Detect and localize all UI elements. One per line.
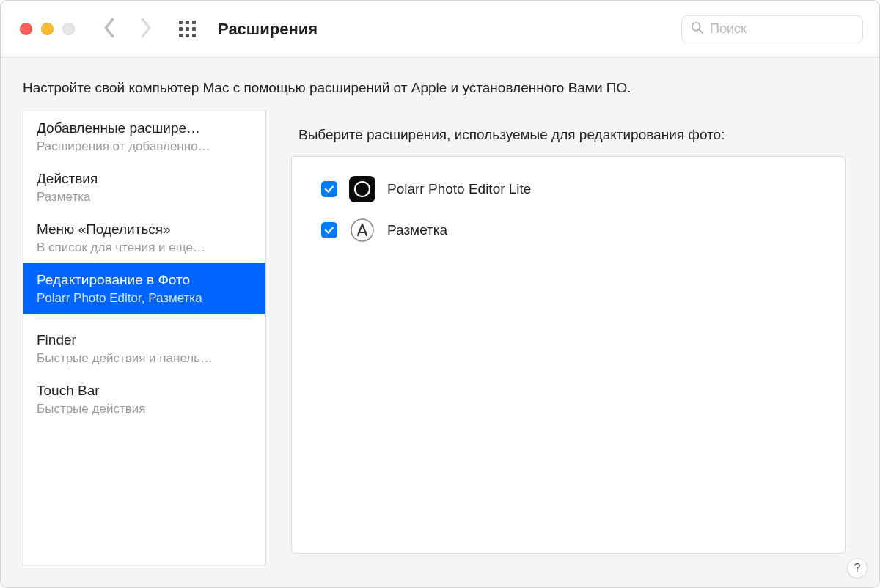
markup-icon xyxy=(349,217,375,243)
search-input[interactable] xyxy=(710,21,854,37)
all-preferences-icon[interactable] xyxy=(179,21,196,37)
intro-text: Настройте свой компьютер Mac с помощью р… xyxy=(1,58,879,111)
sidebar: Добавленные расшире… Расширения от добав… xyxy=(23,111,266,565)
extension-label: Разметка xyxy=(387,222,447,238)
sidebar-item-subtitle: Разметка xyxy=(37,189,252,205)
nav-buttons xyxy=(103,18,153,41)
sidebar-item-added-extensions[interactable]: Добавленные расшире… Расширения от добав… xyxy=(23,111,265,162)
search-field[interactable] xyxy=(681,15,863,43)
sidebar-item-subtitle: Расширения от добавленно… xyxy=(37,139,252,154)
content-body: Настройте свой компьютер Mac с помощью р… xyxy=(1,58,879,587)
search-icon xyxy=(691,21,704,37)
extension-row-markup: Разметка xyxy=(308,211,829,252)
svg-point-3 xyxy=(351,219,373,241)
minimize-window-button[interactable] xyxy=(41,23,54,35)
detail-heading: Выберите расширения, используемые для ре… xyxy=(279,111,857,156)
window-controls xyxy=(20,23,75,35)
maximize-window-button[interactable] xyxy=(62,23,75,35)
extension-row-polarr: Polarr Photo Editor Lite xyxy=(308,170,829,211)
extension-label: Polarr Photo Editor Lite xyxy=(387,181,531,197)
forward-button[interactable] xyxy=(139,18,153,41)
checkbox-markup[interactable] xyxy=(321,222,337,238)
help-icon: ? xyxy=(854,562,861,575)
extension-list: Polarr Photo Editor Lite xyxy=(291,156,846,554)
sidebar-item-subtitle: Быстрые действия xyxy=(37,401,252,416)
sidebar-item-subtitle: В список для чтения и еще… xyxy=(37,240,252,255)
detail-panel: Выберите расширения, используемые для ре… xyxy=(279,111,857,565)
svg-point-0 xyxy=(692,22,700,30)
close-window-button[interactable] xyxy=(20,23,32,35)
polarr-icon xyxy=(349,176,375,202)
titlebar: Расширения xyxy=(1,1,879,58)
sidebar-item-label: Добавленные расшире… xyxy=(37,120,252,137)
sidebar-item-actions[interactable]: Действия Разметка xyxy=(23,162,265,213)
sidebar-item-subtitle: Быстрые действия и панель… xyxy=(37,350,252,366)
sidebar-item-label: Меню «Поделиться» xyxy=(37,221,252,238)
page-title: Расширения xyxy=(218,20,318,39)
sidebar-item-share-menu[interactable]: Меню «Поделиться» В список для чтения и … xyxy=(23,213,265,263)
back-button[interactable] xyxy=(103,18,116,41)
sidebar-item-label: Редактирование в Фото xyxy=(37,271,252,289)
sidebar-item-photo-editing[interactable]: Редактирование в Фото Polarr Photo Edito… xyxy=(23,263,265,314)
sidebar-item-touch-bar[interactable]: Touch Bar Быстрые действия xyxy=(23,374,265,425)
sidebar-item-label: Touch Bar xyxy=(37,382,252,400)
svg-line-1 xyxy=(700,29,703,33)
sidebar-item-label: Finder xyxy=(37,331,252,349)
sidebar-divider xyxy=(35,318,254,319)
columns: Добавленные расшире… Расширения от добав… xyxy=(1,111,879,587)
checkbox-polarr[interactable] xyxy=(321,181,337,197)
svg-point-2 xyxy=(355,182,370,196)
sidebar-item-subtitle: Polarr Photo Editor, Разметка xyxy=(37,290,252,306)
help-button[interactable]: ? xyxy=(847,558,868,578)
window: Расширения Настройте свой компьютер Mac … xyxy=(0,0,880,588)
sidebar-item-label: Действия xyxy=(37,170,252,188)
sidebar-item-finder[interactable]: Finder Быстрые действия и панель… xyxy=(23,323,265,374)
